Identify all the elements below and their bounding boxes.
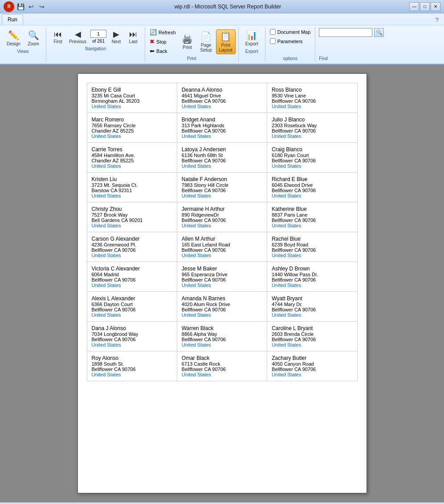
parameters-button[interactable]: Parameters (269, 37, 312, 45)
table-row: Carson G Alexander 4236 Greenwood Pl. Be… (87, 232, 357, 262)
person-city: Barstow CA 92311 (92, 188, 172, 193)
table-cell: Dana J Alonso 7034 Longbrood Way Bellflo… (87, 322, 177, 351)
person-name: Zachary Butler (272, 355, 352, 361)
design-icon: ✏️ (8, 30, 19, 40)
find-group: 🔍 Find (315, 27, 387, 62)
help-button[interactable]: ? (432, 14, 442, 25)
page-setup-button[interactable]: 📄 Page Setup (197, 29, 215, 54)
first-button[interactable]: ⏮ First (50, 28, 66, 45)
document-map-button[interactable]: Document Map (269, 28, 312, 36)
person-address: 6713 Castle Rock (182, 361, 262, 367)
person-country: United States (272, 372, 352, 377)
table-cell: Bridget Anand 313 Park Highlands Bellflo… (177, 113, 267, 143)
stop-button[interactable]: ✖ Stop (148, 37, 178, 46)
person-name: Amanda N Barnes (182, 295, 262, 302)
redo-button[interactable]: ↪ (37, 2, 46, 11)
person-name: Deanna A Alonso (182, 87, 262, 93)
print-layout-icon: 📋 (220, 31, 231, 42)
close-button[interactable]: ✕ (431, 2, 440, 11)
person-name: Warren Black (182, 325, 262, 331)
table-cell: Jermaine H Arthur 890 RidgeviewDr Bellfl… (177, 202, 267, 232)
next-button[interactable]: ▶ Next (108, 28, 124, 45)
person-country: United States (92, 223, 172, 228)
ribbon: Run ? ✏️ Design 🔍 Zoom Views (0, 13, 444, 65)
find-label: Find (319, 56, 327, 61)
table-row: Alexis L Alexander 6366 Dayton Court Bel… (87, 292, 357, 322)
person-name: Christy Zhou (92, 206, 172, 212)
person-country: United States (182, 372, 262, 377)
last-button[interactable]: ⏭ Last (125, 28, 141, 45)
person-country: United States (272, 133, 352, 139)
person-address: 3723 Mt. Sequoia Ct. (92, 182, 172, 188)
person-city: Bellflower CA 90706 (92, 277, 172, 282)
back-button[interactable]: ⬅ Back (148, 47, 178, 55)
ribbon-body: ✏️ Design 🔍 Zoom Views ⏮ First ◀ Pr (0, 25, 444, 64)
person-country: United States (182, 193, 262, 198)
table-cell: Latoya J Andersen 6136 North 68th St Bel… (177, 143, 267, 173)
tab-run[interactable]: Run (2, 14, 23, 25)
person-address: 7527 Brook Way (92, 212, 172, 218)
views-buttons: ✏️ Design 🔍 Zoom (4, 28, 42, 48)
person-name: Ebony E Gill (92, 87, 172, 93)
parameters-checkbox[interactable] (270, 38, 276, 44)
find-button[interactable]: 🔍 (374, 28, 384, 37)
person-country: United States (182, 342, 262, 347)
design-button[interactable]: ✏️ Design (4, 28, 24, 48)
person-city: Bellflower CA 90706 (92, 307, 172, 312)
next-icon: ▶ (113, 29, 119, 39)
table-cell: Amanda N Barnes 4020 Alum Rock Drive Bel… (177, 292, 267, 322)
person-name: Caroline L Bryant (272, 325, 352, 331)
views-label: Views (17, 49, 29, 54)
print-button[interactable]: 🖨️ Print (179, 32, 196, 52)
undo-button[interactable]: ↩ (27, 2, 36, 11)
previous-icon: ◀ (75, 29, 81, 39)
person-city: Bellflower CA 90706 (272, 367, 352, 372)
table-cell: Jesse M Baker 965 Esperanza Drive Bellfl… (177, 262, 267, 292)
person-country: United States (272, 282, 352, 288)
print-layout-button[interactable]: 📋 Print Layout (216, 29, 236, 54)
find-input-row: 🔍 (319, 28, 384, 37)
person-address: 4050 Canyon Road (272, 361, 352, 367)
person-address: 6239 Boyd Road (272, 242, 352, 247)
document-map-label: Document Map (277, 29, 311, 35)
export-button[interactable]: 📊 Export (242, 28, 261, 48)
person-address: 2603 Brenda Circle (272, 331, 352, 337)
person-city: Bell Gardens CA 90201 (92, 218, 172, 223)
person-city: Bellflower CA 90706 (182, 98, 262, 104)
status-bar: ⚠ No current report server. 🖥️ 💾 - + 25% (0, 502, 444, 504)
table-cell: Roy Alonso 1898 South St. Bellflower CA … (87, 351, 177, 381)
person-country: United States (272, 312, 352, 318)
person-country: United States (272, 223, 352, 228)
person-country: United States (92, 253, 172, 258)
person-city: Bellflower CA 90706 (272, 337, 352, 342)
previous-button[interactable]: ◀ Previous (67, 28, 89, 45)
person-city: Bellflower CA 90706 (182, 367, 262, 372)
refresh-icon: 🔄 (150, 29, 157, 36)
person-name: Ross Blanco (272, 87, 352, 93)
export-buttons: 📊 Export (242, 28, 261, 48)
refresh-button[interactable]: 🔄 Refresh (148, 28, 178, 36)
maximize-button[interactable]: □ (420, 2, 430, 11)
table-row: Dana J Alonso 7034 Longbrood Way Bellflo… (87, 322, 357, 351)
find-input[interactable] (319, 28, 372, 37)
table-cell: Ebony E Gill 3235 Mi Casa Court Birmingh… (87, 83, 177, 113)
person-city: Bellflower CA 90706 (272, 158, 352, 163)
minimize-button[interactable]: — (409, 2, 419, 11)
person-name: Jermaine H Arthur (182, 206, 262, 212)
table-cell: Richard E Blue 6045 Elwood Drive Bellflo… (267, 173, 357, 202)
page-number-input[interactable] (90, 30, 106, 38)
person-address: 1898 South St. (92, 361, 172, 367)
zoom-button[interactable]: 🔍 Zoom (24, 28, 42, 48)
person-city: Bellflower CA 90706 (182, 277, 262, 282)
person-city: Bellflower CA 90706 (182, 128, 262, 133)
table-cell: Victoria C Alexander 6064 Madrid Bellflo… (87, 262, 177, 292)
save-button[interactable]: 💾 (16, 2, 25, 11)
person-address: 4584 Hamiliton Ave. (92, 153, 172, 158)
quick-access-toolbar: R 💾 ↩ ↪ (4, 1, 46, 12)
person-address: 313 Park Highlands (182, 123, 262, 128)
document-map-checkbox[interactable] (270, 29, 276, 35)
table-cell: Kristen Liu 3723 Mt. Sequoia Ct. Barstow… (87, 173, 177, 202)
print-icon: 🖨️ (182, 33, 193, 44)
person-address: 6366 Dayton Court (92, 302, 172, 307)
content-area: Ebony E Gill 3235 Mi Casa Court Birmingh… (0, 65, 444, 502)
